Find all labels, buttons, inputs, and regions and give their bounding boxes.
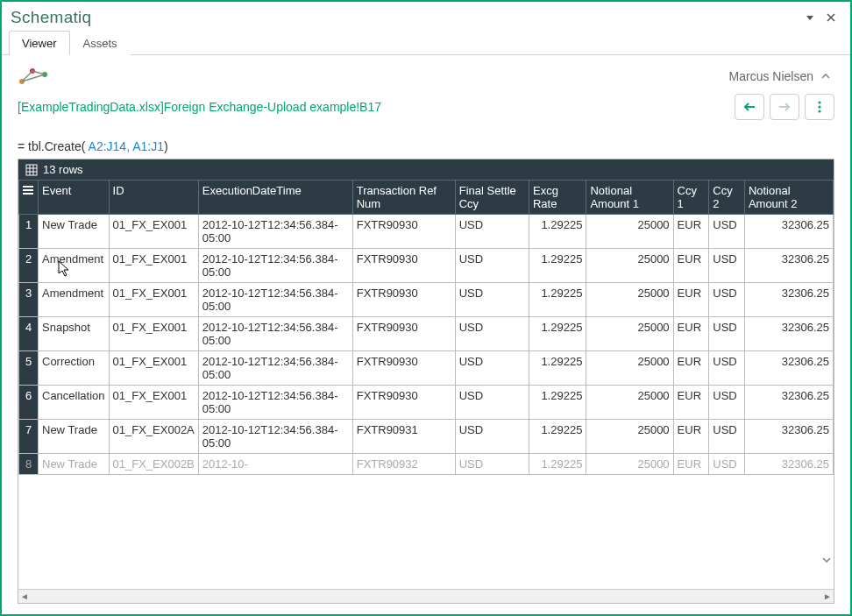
- cell-amt1: 25000: [586, 420, 673, 454]
- cell-id: 01_FX_EX002B: [109, 454, 198, 475]
- cell-event: Snapshot: [39, 317, 110, 351]
- hscroll-left-icon[interactable]: ◄: [18, 591, 31, 601]
- formula-suffix: ): [164, 139, 168, 153]
- cell-ccy1: EUR: [673, 215, 709, 249]
- row-menu-header[interactable]: [19, 181, 39, 215]
- col-execdt[interactable]: ExecutionDateTime: [198, 181, 352, 215]
- cell-ccy2: USD: [709, 283, 745, 317]
- col-ccy2[interactable]: Ccy 2: [709, 181, 745, 215]
- tab-viewer[interactable]: Viewer: [9, 31, 70, 55]
- table-row[interactable]: 4Snapshot01_FX_EX0012012-10-12T12:34:56.…: [19, 317, 834, 351]
- cell-dt: 2012-10-12T12:34:56.384-05:00: [198, 249, 352, 283]
- col-ccy1[interactable]: Ccy 1: [673, 181, 709, 215]
- scroll-down-icon[interactable]: [821, 555, 832, 568]
- svg-marker-0: [806, 16, 813, 20]
- breadcrumb-row: [ExampleTradingData.xlsx]Foreign Exchang…: [18, 94, 834, 120]
- col-event[interactable]: Event: [39, 181, 110, 215]
- cell-amt1: 25000: [586, 283, 673, 317]
- cell-ccy1: EUR: [673, 386, 709, 420]
- table-row[interactable]: 6Cancellation01_FX_EX0012012-10-12T12:34…: [19, 386, 834, 420]
- table-row[interactable]: 2Amendment01_FX_EX0012012-10-12T12:34:56…: [19, 249, 834, 283]
- nav-buttons: [735, 94, 834, 120]
- col-rate[interactable]: Excg Rate: [529, 181, 586, 215]
- cell-amt2: 32306.25: [744, 454, 833, 475]
- table-row[interactable]: 8New Trade01_FX_EX002B2012-10-FXTR90932U…: [19, 454, 834, 475]
- cell-amt1: 25000: [586, 317, 673, 351]
- cell-ref: FXTR90930: [352, 386, 455, 420]
- cell-ccy2: USD: [709, 215, 745, 249]
- window-title: Schematiq: [11, 8, 91, 27]
- svg-rect-14: [26, 165, 37, 175]
- cell-ccy2: USD: [709, 454, 745, 475]
- col-ref[interactable]: Transaction Ref Num: [352, 181, 455, 215]
- col-amt1[interactable]: Notional Amount 1: [586, 181, 673, 215]
- row-number: 5: [19, 351, 39, 386]
- table-row[interactable]: 3Amendment01_FX_EX0012012-10-12T12:34:56…: [19, 283, 834, 317]
- cell-amt2: 32306.25: [744, 249, 833, 283]
- cell-rate: 1.29225: [529, 386, 586, 420]
- cell-rate: 1.29225: [529, 420, 586, 454]
- cell-dt: 2012-10-12T12:34:56.384-05:00: [198, 283, 352, 317]
- cell-id: 01_FX_EX001: [109, 317, 198, 351]
- cell-ccy2: USD: [709, 386, 745, 420]
- more-button[interactable]: [805, 94, 834, 120]
- row-number: 8: [19, 454, 39, 475]
- row-number: 1: [19, 215, 39, 249]
- breadcrumb: [ExampleTradingData.xlsx]Foreign Exchang…: [18, 100, 735, 114]
- table-icon: [25, 164, 38, 176]
- cell-ccy1: EUR: [673, 420, 709, 454]
- svg-point-13: [818, 110, 820, 112]
- col-settleccy[interactable]: Final Settle Ccy: [455, 181, 529, 215]
- cell-ref: FXTR90930: [352, 249, 455, 283]
- collapse-icon[interactable]: [817, 71, 834, 81]
- svg-point-11: [818, 101, 820, 103]
- back-button[interactable]: [735, 94, 764, 120]
- cell-ccy: USD: [455, 454, 529, 475]
- hscroll-right-icon[interactable]: ►: [821, 591, 834, 601]
- formula-fn: tbl.Create(: [28, 139, 85, 153]
- logo-icon: [18, 66, 53, 87]
- cell-amt1: 25000: [586, 215, 673, 249]
- cell-rate: 1.29225: [529, 249, 586, 283]
- cell-rate: 1.29225: [529, 454, 586, 475]
- cell-ccy1: EUR: [673, 351, 709, 386]
- formula-prefix: =: [18, 139, 28, 153]
- cell-ref: FXTR90930: [352, 317, 455, 351]
- hscrollbar[interactable]: ◄ ►: [18, 589, 834, 603]
- cell-amt2: 32306.25: [744, 420, 833, 454]
- table-scroll[interactable]: Event ID ExecutionDateTime Transaction R…: [18, 180, 834, 589]
- cell-event: Correction: [39, 351, 110, 386]
- cell-ccy: USD: [455, 215, 529, 249]
- table-header-bar: 13 rows: [18, 159, 834, 180]
- cell-ccy1: EUR: [673, 249, 709, 283]
- cell-ref: FXTR90930: [352, 215, 455, 249]
- cell-amt2: 32306.25: [744, 283, 833, 317]
- table-row[interactable]: 7New Trade01_FX_EX002A2012-10-12T12:34:5…: [19, 420, 834, 454]
- tab-assets[interactable]: Assets: [70, 31, 131, 55]
- cell-rate: 1.29225: [529, 283, 586, 317]
- row-number: 3: [19, 283, 39, 317]
- cell-ccy2: USD: [709, 249, 745, 283]
- content-area: Marcus Nielsen [ExampleTradingData.xlsx]…: [2, 55, 850, 614]
- cell-dt: 2012-10-12T12:34:56.384-05:00: [198, 420, 352, 454]
- close-button[interactable]: [820, 7, 841, 28]
- username-label: Marcus Nielsen: [729, 69, 813, 83]
- col-amt2[interactable]: Notional Amount 2: [744, 181, 833, 215]
- cell-dt: 2012-10-12T12:34:56.384-05:00: [198, 386, 352, 420]
- table-row[interactable]: 5Correction01_FX_EX0012012-10-12T12:34:5…: [19, 351, 834, 386]
- cell-amt2: 32306.25: [744, 317, 833, 351]
- col-id[interactable]: ID: [109, 181, 198, 215]
- cell-id: 01_FX_EX001: [109, 386, 198, 420]
- cell-ccy: USD: [455, 351, 529, 386]
- cell-event: Amendment: [39, 249, 110, 283]
- cell-ccy: USD: [455, 283, 529, 317]
- table-row[interactable]: 1New Trade01_FX_EX0012012-10-12T12:34:56…: [19, 215, 834, 249]
- header-row: Marcus Nielsen: [18, 66, 834, 87]
- minimize-button[interactable]: [799, 7, 820, 28]
- cell-ccy2: USD: [709, 420, 745, 454]
- cell-id: 01_FX_EX001: [109, 215, 198, 249]
- cell-amt2: 32306.25: [744, 215, 833, 249]
- cell-event: New Trade: [39, 454, 110, 475]
- forward-button[interactable]: [770, 94, 799, 120]
- row-number: 6: [19, 386, 39, 420]
